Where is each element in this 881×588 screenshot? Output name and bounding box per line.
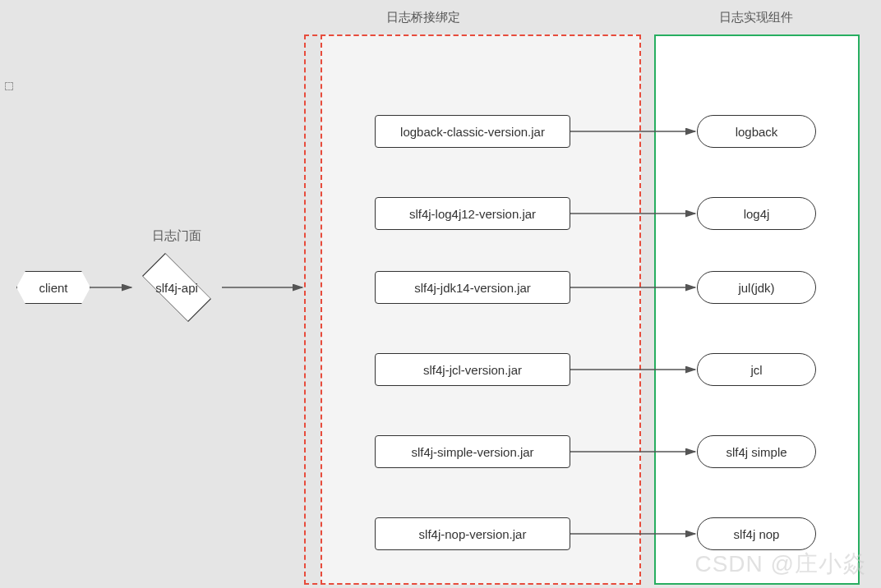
diagram-canvas: 日志门面 日志桥接绑定 日志实现组件 client slf4j-api logb…: [0, 0, 881, 588]
label-bridge: 日志桥接绑定: [374, 10, 473, 25]
impl-logback: logback: [697, 115, 816, 148]
bridge-nop: slf4j-nop-version.jar: [375, 517, 570, 550]
slf4j-api-node: slf4j-api: [131, 263, 222, 312]
client-text: client: [35, 281, 71, 295]
selection-handle: [5, 82, 13, 90]
bridge-jcl: slf4j-jcl-version.jar: [375, 353, 570, 386]
client-node: client: [16, 271, 90, 304]
bridge-log4j12: slf4j-log4j12-version.jar: [375, 197, 570, 230]
impl-slf4j-simple: slf4j simple: [697, 435, 816, 468]
bridge-logback-classic: logback-classic-version.jar: [375, 115, 570, 148]
label-facade: 日志门面: [144, 228, 210, 244]
impl-slf4j-nop: slf4j nop: [697, 517, 816, 550]
impl-log4j: log4j: [697, 197, 816, 230]
impl-jul: jul(jdk): [697, 271, 816, 304]
impl-jcl: jcl: [697, 353, 816, 386]
slf4j-api-text: slf4j-api: [155, 281, 198, 295]
label-impl: 日志实现组件: [707, 10, 805, 25]
bridge-simple: slf4j-simple-version.jar: [375, 435, 570, 468]
bridge-jdk14: slf4j-jdk14-version.jar: [375, 271, 570, 304]
